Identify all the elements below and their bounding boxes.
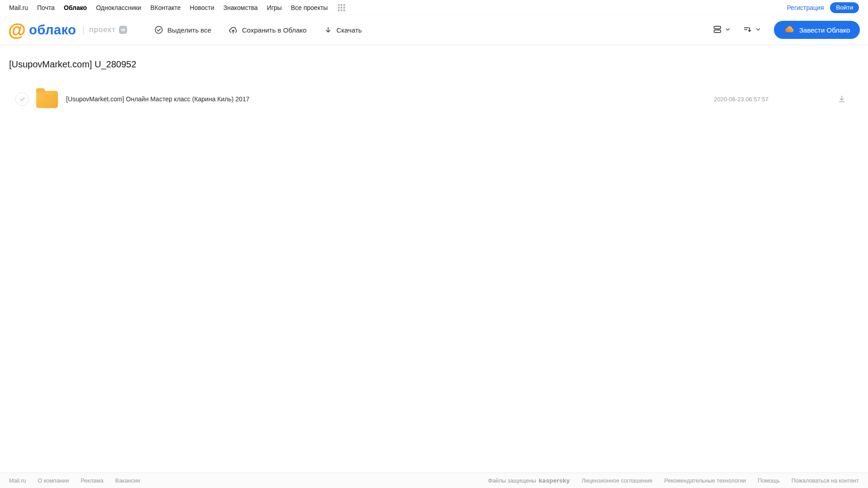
nav-link-news[interactable]: Новости (190, 4, 214, 11)
get-cloud-button[interactable]: Завести Облако (774, 21, 860, 39)
download-arrow-icon (324, 26, 332, 34)
cloud-upload-icon (228, 25, 238, 35)
footer-right-links: Файлы защищены kaspersky Лицензионное со… (488, 477, 859, 484)
nav-link-cloud-active[interactable]: Облако (64, 4, 87, 11)
nav-link-mail[interactable]: Почта (37, 4, 55, 11)
footer-link-ads[interactable]: Реклама (81, 478, 103, 484)
view-mode-dropdown[interactable] (711, 23, 733, 38)
cloud-logo-icon (784, 24, 795, 36)
file-modified-date: 2020-06-23 06:57:57 (714, 96, 768, 103)
select-all-label: Выделить все (167, 26, 211, 34)
list-view-icon (712, 24, 722, 36)
header-right-controls: Завести Облако (711, 21, 860, 39)
portal-links: Mail.ru Почта Облако Одноклассники ВКонт… (9, 4, 345, 11)
footer-link-about[interactable]: О компании (38, 478, 69, 484)
register-link[interactable]: Регистрация (787, 4, 824, 11)
folder-icon (36, 91, 58, 108)
download-label: Скачать (337, 26, 362, 34)
sort-dropdown[interactable] (741, 23, 763, 38)
mailru-at-icon: @ (8, 21, 26, 39)
files-protected-unit: Файлы защищены kaspersky (488, 477, 570, 484)
page-title: [UsupovMarket.com] U_280952 (9, 59, 859, 70)
chevron-down-icon (725, 26, 731, 34)
save-to-cloud-label: Сохранить в Облако (242, 26, 307, 34)
apps-grid-icon[interactable] (338, 4, 345, 11)
chevron-down-icon (755, 26, 761, 34)
nav-link-mailru[interactable]: Mail.ru (9, 4, 28, 11)
cloud-logo[interactable]: @ облако | проект vk (8, 21, 127, 39)
file-name-link[interactable]: [UsupovMarket.com] Онлайн Мастер класс (… (66, 95, 249, 103)
footer-link-recommendation-tech[interactable]: Рекомендательные технологии (664, 478, 746, 484)
logo-project-label: проект (89, 25, 116, 34)
get-cloud-label: Завести Облако (799, 26, 850, 34)
footer-link-license[interactable]: Лицензионное соглашение (582, 478, 653, 484)
nav-link-all-projects[interactable]: Все проекты (291, 4, 328, 11)
nav-link-odnoklassniki[interactable]: Одноклассники (96, 4, 141, 11)
files-protected-label: Файлы защищены (488, 478, 536, 484)
download-to-line-icon (837, 95, 846, 104)
nav-link-games[interactable]: Игры (267, 4, 282, 11)
portal-nav-right: Регистрация Войти (787, 2, 859, 13)
footer-link-help[interactable]: Помощь (758, 478, 779, 484)
kaspersky-logo[interactable]: kaspersky (539, 477, 570, 484)
footer-link-jobs[interactable]: Вакансии (115, 478, 140, 484)
check-icon (19, 96, 26, 103)
row-checkbox[interactable] (15, 92, 29, 106)
footer: Mail.ru О компании Реклама Вакансии Файл… (0, 473, 868, 488)
logo-divider: | (82, 25, 85, 35)
header: @ облако | проект vk Выделить все Сохран… (0, 15, 868, 44)
select-all-button[interactable]: Выделить все (154, 25, 211, 34)
vk-badge-icon: vk (119, 26, 127, 34)
login-button[interactable]: Войти (830, 2, 859, 13)
download-button[interactable]: Скачать (324, 26, 362, 34)
logo-product-name: облако (29, 23, 76, 37)
file-toolbar: Выделить все Сохранить в Облако Скачать (154, 25, 362, 35)
save-to-cloud-button[interactable]: Сохранить в Облако (228, 25, 307, 35)
footer-left-links: Mail.ru О компании Реклама Вакансии (9, 478, 140, 484)
file-row[interactable]: [UsupovMarket.com] Онлайн Мастер класс (… (9, 88, 859, 110)
portal-nav: Mail.ru Почта Облако Одноклассники ВКонт… (0, 0, 868, 15)
check-circle-icon (154, 25, 163, 34)
sort-icon (743, 24, 753, 36)
nav-link-dating[interactable]: Знакомства (223, 4, 258, 11)
footer-link-mailru[interactable]: Mail.ru (9, 478, 26, 484)
footer-link-report-content[interactable]: Пожаловаться на контент (792, 478, 859, 484)
row-download-button[interactable] (837, 95, 846, 104)
shared-folder-content: [UsupovMarket.com] U_280952 [UsupovMarke… (0, 44, 868, 473)
nav-link-vkontakte[interactable]: ВКонтакте (150, 4, 180, 11)
